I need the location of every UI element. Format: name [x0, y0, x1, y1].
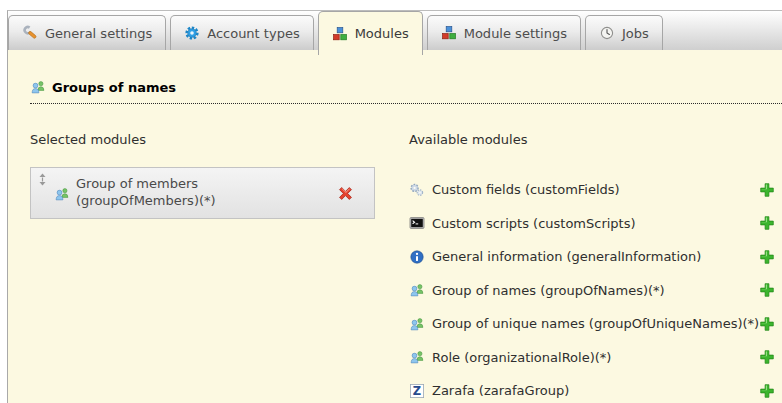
group-icon [30, 79, 46, 95]
group-icon [409, 349, 425, 365]
tab-bar: General settings Account types Modules M… [8, 11, 782, 50]
modules-columns: Selected modules Group of members (group… [30, 104, 782, 403]
wrench-icon [22, 25, 38, 41]
tab-modules[interactable]: Modules [318, 11, 423, 55]
module-id: (groupOfMembers)(*) [76, 193, 216, 210]
tab-label: Modules [355, 26, 409, 41]
tab-label: Jobs [622, 26, 649, 41]
add-module-button[interactable] [759, 383, 775, 399]
blocks-icon [441, 25, 457, 41]
group-icon [54, 186, 70, 202]
drag-handle-icon[interactable] [38, 173, 47, 186]
available-module-row: Group of names (groupOfNames)(*) [409, 274, 775, 308]
selected-module-text: Group of members (groupOfMembers)(*) [76, 176, 216, 209]
tab-account-types[interactable]: Account types [170, 15, 313, 50]
available-module-row: Group of unique names (groupOfUniqueName… [409, 307, 775, 341]
tab-label: Module settings [464, 26, 567, 41]
available-module-row: Custom fields (customFields) [409, 173, 775, 207]
available-module-label: Custom scripts (customScripts) [432, 216, 636, 231]
add-module-button[interactable] [759, 215, 775, 231]
selected-modules-list: Group of members (groupOfMembers)(*) [30, 167, 409, 219]
remove-module-button[interactable] [337, 185, 354, 202]
available-module-label: General information (generalInformation) [432, 249, 701, 264]
selected-module-item[interactable]: Group of members (groupOfMembers)(*) [30, 167, 375, 219]
available-modules-column: Available modules Custom fields (customF… [409, 104, 782, 403]
gear-icon [184, 25, 200, 41]
available-module-row: General information (generalInformation) [409, 240, 775, 274]
group-icon [409, 282, 425, 298]
section-header: Groups of names [30, 79, 782, 104]
available-module-label: Role (organizationalRole)(*) [432, 350, 611, 365]
settings-panel: General settings Account types Modules M… [7, 10, 782, 403]
blocks-icon [332, 26, 348, 42]
svg-text:Z: Z [413, 384, 421, 398]
tab-module-settings[interactable]: Module settings [427, 15, 581, 50]
zarafa-icon: Z [409, 383, 425, 399]
available-module-row: Custom scripts (customScripts) [409, 207, 775, 241]
tab-label: Account types [207, 26, 299, 41]
section-title: Groups of names [52, 80, 176, 95]
selected-modules-label: Selected modules [30, 132, 409, 148]
terminal-icon [409, 215, 425, 231]
module-name: Group of members [76, 176, 216, 193]
tab-jobs[interactable]: Jobs [585, 15, 663, 50]
add-module-button[interactable] [759, 316, 775, 332]
group-icon [409, 316, 425, 332]
available-module-label: Group of names (groupOfNames)(*) [432, 283, 665, 298]
add-module-button[interactable] [759, 182, 775, 198]
tab-general-settings[interactable]: General settings [8, 15, 166, 50]
add-module-button[interactable] [759, 249, 775, 265]
selected-modules-column: Selected modules Group of members (group… [30, 104, 409, 403]
available-module-label: Zarafa (zarafaGroup) [432, 383, 569, 398]
info-icon [409, 249, 425, 265]
available-module-label: Group of unique names (groupOfUniqueName… [432, 316, 759, 331]
available-modules-label: Available modules [409, 132, 775, 148]
tab-label: General settings [45, 26, 152, 41]
tab-content: Groups of names Selected modules Group o… [8, 79, 782, 403]
add-module-button[interactable] [759, 349, 775, 365]
available-module-row: Z Zarafa (zarafaGroup) [409, 374, 775, 403]
add-module-button[interactable] [759, 282, 775, 298]
available-modules-list: Custom fields (customFields) Custom scri… [409, 173, 775, 403]
gears-icon [409, 182, 425, 198]
available-module-label: Custom fields (customFields) [432, 182, 620, 197]
clock-icon [599, 25, 615, 41]
available-module-row: Role (organizationalRole)(*) [409, 341, 775, 375]
